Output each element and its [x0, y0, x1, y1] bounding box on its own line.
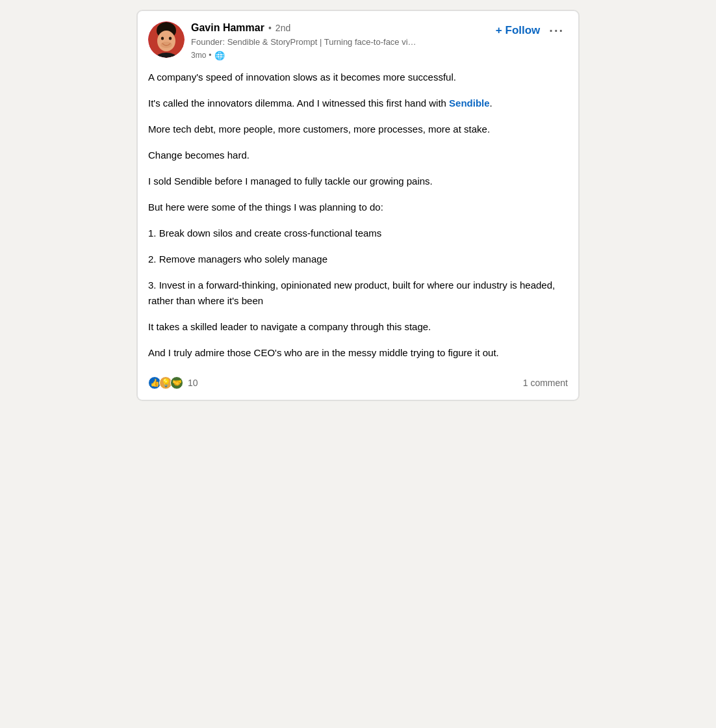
paragraph-6: But here were some of the things I was p… — [148, 200, 568, 215]
post-header: Gavin Hammar • 2nd Founder: Sendible & S… — [148, 21, 568, 60]
svg-point-3 — [161, 37, 164, 40]
paragraph-8: 2. Remove managers who solely manage — [148, 252, 568, 267]
author-title: Founder: Sendible & StoryPrompt | Turnin… — [191, 36, 416, 48]
connection-degree: 2nd — [275, 23, 290, 33]
comment-count[interactable]: 1 comment — [523, 378, 568, 388]
reaction-support-icon: 🤝 — [170, 376, 183, 389]
sendible-link[interactable]: Sendible — [449, 98, 490, 109]
meta-separator: • — [209, 51, 211, 60]
post-content: A company's speed of innovation slows as… — [148, 70, 568, 361]
connection-badge: • — [268, 23, 272, 33]
time-ago: 3mo — [191, 51, 206, 60]
paragraph-1: A company's speed of innovation slows as… — [148, 70, 568, 85]
reaction-count: 10 — [188, 378, 198, 388]
paragraph-2: It's called the innovators dilemma. And … — [148, 96, 568, 111]
paragraph-5: I sold Sendible before I managed to full… — [148, 174, 568, 189]
post-card: Gavin Hammar • 2nd Founder: Sendible & S… — [137, 10, 579, 400]
reactions[interactable]: 👍 💡 🤝 10 — [148, 376, 198, 389]
post-footer: 👍 💡 🤝 10 1 comment — [148, 371, 568, 389]
paragraph-10: It takes a skilled leader to navigate a … — [148, 319, 568, 335]
avatar[interactable] — [148, 21, 185, 58]
svg-point-5 — [160, 42, 172, 48]
author-section: Gavin Hammar • 2nd Founder: Sendible & S… — [148, 21, 416, 60]
follow-button[interactable]: + Follow — [496, 21, 540, 40]
author-name-row: Gavin Hammar • 2nd — [191, 21, 416, 35]
paragraph-7: 1. Break down silos and create cross-fun… — [148, 226, 568, 241]
post-meta: 3mo • 🌐 — [191, 51, 416, 60]
author-name[interactable]: Gavin Hammar — [191, 21, 264, 35]
header-actions: + Follow ··· — [496, 21, 568, 40]
svg-point-4 — [169, 37, 172, 40]
reaction-emoji-group: 👍 💡 🤝 — [148, 376, 181, 389]
svg-point-2 — [157, 31, 175, 51]
paragraph-11: And I truly admire those CEO's who are i… — [148, 345, 568, 361]
more-options-button[interactable]: ··· — [545, 21, 568, 40]
globe-icon: 🌐 — [214, 51, 225, 60]
paragraph-4: Change becomes hard. — [148, 148, 568, 163]
author-info: Gavin Hammar • 2nd Founder: Sendible & S… — [191, 21, 416, 60]
paragraph-3: More tech debt, more people, more custom… — [148, 122, 568, 137]
paragraph-9: 3. Invest in a forward-thinking, opinion… — [148, 278, 568, 309]
